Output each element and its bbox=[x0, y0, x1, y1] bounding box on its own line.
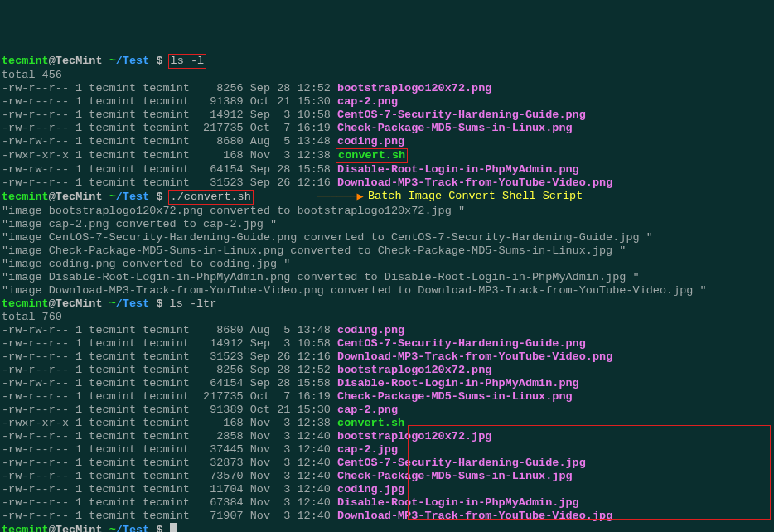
ls-row: -rw-r--r-- 1 tecmint tecmint 2858 Nov 3 … bbox=[2, 430, 772, 443]
file-name: bootstraplogo120x72.png bbox=[337, 364, 491, 376]
output-line: "image coding.png converted to coding.jp… bbox=[2, 258, 772, 271]
file-name: Download-MP3-Track-from-YouTube-Video.pn… bbox=[337, 177, 612, 189]
cursor bbox=[170, 523, 177, 532]
prompt-at: @ bbox=[49, 524, 56, 532]
file-name: cap-2.jpg bbox=[337, 443, 398, 456]
ls-row: -rw-r--r-- 1 tecmint tecmint 8256 Sep 28… bbox=[2, 82, 772, 95]
file-name: convert.sh bbox=[336, 148, 408, 163]
prompt-path: /Test bbox=[116, 55, 150, 67]
file-name: convert.sh bbox=[337, 417, 404, 429]
file-name: bootstraplogo120x72.jpg bbox=[337, 430, 491, 443]
terminal-output[interactable]: tecmint@TecMint ~/Test $ ls -ltotal 456-… bbox=[2, 54, 772, 532]
file-name: Disable-Root-Login-in-PhpMyAdmin.png bbox=[337, 377, 579, 389]
prompt-tilde: ~ bbox=[109, 524, 116, 532]
command-input: ./convert.sh bbox=[168, 190, 254, 205]
file-name: Disable-Root-Login-in-PhpMyAdmin.jpg bbox=[337, 496, 579, 509]
ls-row: -rw-r--r-- 1 tecmint tecmint 14912 Sep 3… bbox=[2, 109, 772, 122]
prompt-user: tecmint bbox=[2, 297, 49, 310]
ls-row: -rw-rw-r-- 1 tecmint tecmint 64154 Sep 2… bbox=[2, 377, 772, 390]
prompt-tilde: ~ bbox=[109, 191, 116, 203]
prompt-host: TecMint bbox=[56, 191, 103, 203]
ls-row: -rw-r--r-- 1 tecmint tecmint 217735 Oct … bbox=[2, 122, 772, 135]
ls-row: -rw-r--r-- 1 tecmint tecmint 91389 Oct 2… bbox=[2, 404, 772, 417]
prompt-user: tecmint bbox=[2, 191, 49, 203]
command-input: ls -ltr bbox=[170, 297, 217, 310]
prompt-user: tecmint bbox=[2, 524, 49, 532]
ls-row: -rw-r--r-- 1 tecmint tecmint 67384 Nov 3… bbox=[2, 496, 772, 510]
output-line: "image Download-MP3-Track-from-YouTube-V… bbox=[2, 284, 772, 297]
prompt-tilde: ~ bbox=[109, 55, 116, 67]
total-line: total 456 bbox=[2, 69, 772, 82]
file-name: bootstraplogo120x72.png bbox=[337, 82, 491, 94]
file-name: coding.png bbox=[337, 324, 404, 336]
arrow-icon: ──────▶ bbox=[317, 191, 364, 204]
prompt-path: /Test bbox=[116, 297, 150, 310]
output-line: "image cap-2.png converted to cap-2.jpg … bbox=[2, 218, 772, 231]
output-line: "image Check-Package-MD5-Sums-in-Linux.p… bbox=[2, 244, 772, 258]
prompt-dollar: $ bbox=[149, 55, 169, 67]
ls-row: -rw-rw-r-- 1 tecmint tecmint 64154 Sep 2… bbox=[2, 163, 772, 177]
file-name: Check-Package-MD5-Sums-in-Linux.jpg bbox=[337, 470, 573, 482]
ls-row: -rw-rw-r-- 1 tecmint tecmint 8680 Aug 5 … bbox=[2, 135, 772, 148]
prompt-at: @ bbox=[49, 55, 56, 67]
prompt-dollar: $ bbox=[149, 297, 169, 310]
prompt-dollar: $ bbox=[149, 524, 169, 532]
ls-row: -rw-r--r-- 1 tecmint tecmint 217735 Oct … bbox=[2, 390, 772, 404]
prompt-line[interactable]: tecmint@TecMint ~/Test $ bbox=[2, 523, 772, 532]
ls-row: -rw-r--r-- 1 tecmint tecmint 14912 Sep 3… bbox=[2, 337, 772, 351]
prompt-host: TecMint bbox=[56, 55, 103, 67]
file-name: Disable-Root-Login-in-PhpMyAdmin.png bbox=[337, 163, 579, 176]
prompt-path: /Test bbox=[116, 191, 150, 203]
ls-row: -rw-r--r-- 1 tecmint tecmint 31523 Sep 2… bbox=[2, 351, 772, 364]
ls-row: -rw-r--r-- 1 tecmint tecmint 8256 Sep 28… bbox=[2, 364, 772, 377]
file-name: CentOS-7-Security-Hardening-Guide.png bbox=[337, 337, 586, 350]
prompt-dollar: $ bbox=[149, 191, 169, 203]
file-name: Check-Package-MD5-Sums-in-Linux.png bbox=[337, 390, 573, 403]
prompt-line[interactable]: tecmint@TecMint ~/Test $ ls -l bbox=[2, 54, 772, 69]
file-name: CentOS-7-Security-Hardening-Guide.jpg bbox=[337, 457, 586, 469]
file-name: Check-Package-MD5-Sums-in-Linux.png bbox=[337, 122, 573, 134]
ls-row: -rwxr-xr-x 1 tecmint tecmint 168 Nov 3 1… bbox=[2, 417, 772, 430]
ls-row: -rw-r--r-- 1 tecmint tecmint 37445 Nov 3… bbox=[2, 443, 772, 457]
prompt-at: @ bbox=[49, 191, 56, 203]
file-name: cap-2.png bbox=[337, 95, 398, 108]
file-name: cap-2.png bbox=[337, 404, 398, 416]
ls-row: -rwxr-xr-x 1 tecmint tecmint 168 Nov 3 1… bbox=[2, 148, 772, 163]
ls-row: -rw-r--r-- 1 tecmint tecmint 31523 Sep 2… bbox=[2, 177, 772, 190]
annotation-label: Batch Image Convert Shell Script bbox=[368, 190, 583, 203]
prompt-at: @ bbox=[49, 297, 56, 310]
ls-row: -rw-r--r-- 1 tecmint tecmint 73570 Nov 3… bbox=[2, 470, 772, 483]
file-name: Download-MP3-Track-from-YouTube-Video.pn… bbox=[337, 351, 612, 363]
prompt-host: TecMint bbox=[56, 297, 103, 310]
prompt-line[interactable]: tecmint@TecMint ~/Test $ ls -ltr bbox=[2, 297, 772, 311]
ls-row: -rw-r--r-- 1 tecmint tecmint 91389 Oct 2… bbox=[2, 95, 772, 109]
prompt-line[interactable]: tecmint@TecMint ~/Test $ ./convert.sh───… bbox=[2, 190, 772, 205]
file-name: Download-MP3-Track-from-YouTube-Video.jp… bbox=[337, 510, 612, 522]
prompt-tilde: ~ bbox=[109, 297, 116, 310]
output-line: "image CentOS-7-Security-Hardening-Guide… bbox=[2, 231, 772, 244]
file-name: coding.jpg bbox=[337, 483, 404, 496]
file-name: CentOS-7-Security-Hardening-Guide.png bbox=[337, 109, 586, 121]
prompt-user: tecmint bbox=[2, 55, 49, 67]
prompt-path: /Test bbox=[116, 524, 150, 532]
output-line: "image Disable-Root-Login-in-PhpMyAdmin.… bbox=[2, 271, 772, 284]
ls-row: -rw-r--r-- 1 tecmint tecmint 11704 Nov 3… bbox=[2, 483, 772, 496]
output-line: "image bootstraplogo120x72.png converted… bbox=[2, 205, 772, 218]
file-name: coding.png bbox=[337, 135, 404, 148]
ls-row: -rw-r--r-- 1 tecmint tecmint 71907 Nov 3… bbox=[2, 510, 772, 523]
command-input: ls -l bbox=[168, 54, 207, 69]
ls-row: -rw-r--r-- 1 tecmint tecmint 32873 Nov 3… bbox=[2, 457, 772, 470]
total-line: total 760 bbox=[2, 311, 772, 324]
prompt-host: TecMint bbox=[56, 524, 103, 532]
ls-row: -rw-rw-r-- 1 tecmint tecmint 8680 Aug 5 … bbox=[2, 324, 772, 337]
